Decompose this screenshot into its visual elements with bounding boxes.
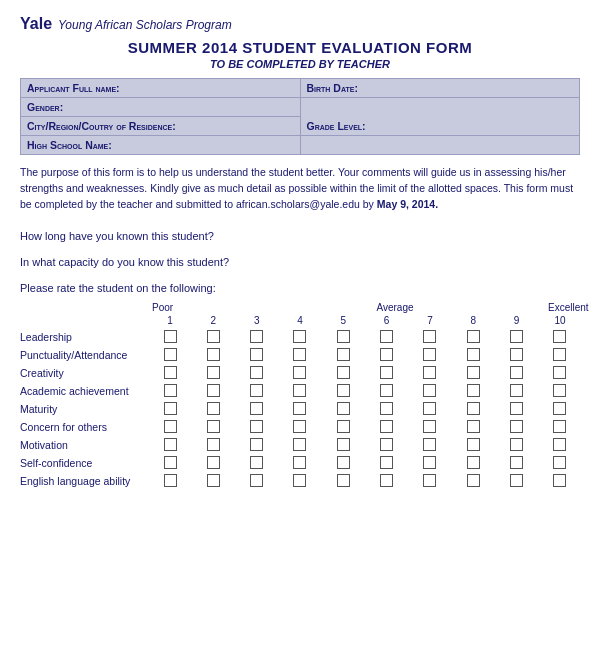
checkbox-punctuality/attendance-3[interactable] bbox=[250, 348, 263, 361]
checkbox-motivation-2[interactable] bbox=[207, 438, 220, 451]
grade-label: Grade Level: bbox=[307, 120, 366, 132]
checkbox-maturity-10[interactable] bbox=[553, 402, 566, 415]
checkbox-motivation-10[interactable] bbox=[553, 438, 566, 451]
checkbox-english-language-ability-2[interactable] bbox=[207, 474, 220, 487]
checkbox-motivation-8[interactable] bbox=[467, 438, 480, 451]
checkbox-academic-achievement-5[interactable] bbox=[337, 384, 350, 397]
gender-label: Gender: bbox=[27, 101, 63, 113]
scale-number-8: 8 bbox=[455, 315, 491, 326]
checkbox-leadership-5[interactable] bbox=[337, 330, 350, 343]
checkbox-concern-for-others-4[interactable] bbox=[293, 420, 306, 433]
checkbox-creativity-10[interactable] bbox=[553, 366, 566, 379]
checkbox-self-confidence-7[interactable] bbox=[423, 456, 436, 469]
checkbox-punctuality/attendance-10[interactable] bbox=[553, 348, 566, 361]
checkbox-concern-for-others-8[interactable] bbox=[467, 420, 480, 433]
checkbox-creativity-8[interactable] bbox=[467, 366, 480, 379]
checkbox-academic-achievement-10[interactable] bbox=[553, 384, 566, 397]
checkbox-leadership-4[interactable] bbox=[293, 330, 306, 343]
checkbox-leadership-1[interactable] bbox=[164, 330, 177, 343]
checkbox-maturity-1[interactable] bbox=[164, 402, 177, 415]
checkbox-self-confidence-2[interactable] bbox=[207, 456, 220, 469]
checkbox-punctuality/attendance-9[interactable] bbox=[510, 348, 523, 361]
avg-label: Average bbox=[242, 302, 548, 313]
checkbox-academic-achievement-9[interactable] bbox=[510, 384, 523, 397]
checkbox-maturity-3[interactable] bbox=[250, 402, 263, 415]
checkbox-self-confidence-3[interactable] bbox=[250, 456, 263, 469]
checkbox-leadership-8[interactable] bbox=[467, 330, 480, 343]
checkbox-concern-for-others-6[interactable] bbox=[380, 420, 393, 433]
checkbox-maturity-2[interactable] bbox=[207, 402, 220, 415]
checkbox-creativity-7[interactable] bbox=[423, 366, 436, 379]
checkbox-self-confidence-6[interactable] bbox=[380, 456, 393, 469]
checkbox-english-language-ability-7[interactable] bbox=[423, 474, 436, 487]
checkbox-english-language-ability-1[interactable] bbox=[164, 474, 177, 487]
checkbox-punctuality/attendance-6[interactable] bbox=[380, 348, 393, 361]
criterion-label-7: Self-confidence bbox=[20, 457, 150, 469]
checkbox-leadership-2[interactable] bbox=[207, 330, 220, 343]
checkbox-english-language-ability-8[interactable] bbox=[467, 474, 480, 487]
checkbox-motivation-5[interactable] bbox=[337, 438, 350, 451]
checkbox-motivation-1[interactable] bbox=[164, 438, 177, 451]
checkbox-maturity-6[interactable] bbox=[380, 402, 393, 415]
checkbox-english-language-ability-9[interactable] bbox=[510, 474, 523, 487]
checkbox-concern-for-others-7[interactable] bbox=[423, 420, 436, 433]
checkbox-punctuality/attendance-1[interactable] bbox=[164, 348, 177, 361]
rating-row: Academic achievement bbox=[20, 384, 580, 397]
birth-label: Birth Date: bbox=[307, 82, 358, 94]
checkbox-leadership-10[interactable] bbox=[553, 330, 566, 343]
checkbox-leadership-7[interactable] bbox=[423, 330, 436, 343]
checkbox-creativity-1[interactable] bbox=[164, 366, 177, 379]
checkbox-creativity-4[interactable] bbox=[293, 366, 306, 379]
checkbox-motivation-9[interactable] bbox=[510, 438, 523, 451]
checkbox-self-confidence-4[interactable] bbox=[293, 456, 306, 469]
checkbox-creativity-2[interactable] bbox=[207, 366, 220, 379]
checkbox-motivation-6[interactable] bbox=[380, 438, 393, 451]
checkbox-academic-achievement-4[interactable] bbox=[293, 384, 306, 397]
checkbox-concern-for-others-1[interactable] bbox=[164, 420, 177, 433]
checkbox-punctuality/attendance-8[interactable] bbox=[467, 348, 480, 361]
checkbox-concern-for-others-3[interactable] bbox=[250, 420, 263, 433]
checkbox-creativity-3[interactable] bbox=[250, 366, 263, 379]
checkbox-concern-for-others-9[interactable] bbox=[510, 420, 523, 433]
checkbox-concern-for-others-2[interactable] bbox=[207, 420, 220, 433]
checkbox-concern-for-others-5[interactable] bbox=[337, 420, 350, 433]
checkbox-leadership-3[interactable] bbox=[250, 330, 263, 343]
checkbox-concern-for-others-10[interactable] bbox=[553, 420, 566, 433]
checkbox-punctuality/attendance-5[interactable] bbox=[337, 348, 350, 361]
checkbox-maturity-9[interactable] bbox=[510, 402, 523, 415]
rating-row: Leadership bbox=[20, 330, 580, 343]
checkbox-academic-achievement-1[interactable] bbox=[164, 384, 177, 397]
checkbox-creativity-9[interactable] bbox=[510, 366, 523, 379]
checkbox-self-confidence-1[interactable] bbox=[164, 456, 177, 469]
checkbox-maturity-8[interactable] bbox=[467, 402, 480, 415]
checkbox-leadership-6[interactable] bbox=[380, 330, 393, 343]
checkbox-leadership-9[interactable] bbox=[510, 330, 523, 343]
checkbox-creativity-5[interactable] bbox=[337, 366, 350, 379]
checkbox-english-language-ability-6[interactable] bbox=[380, 474, 393, 487]
checkbox-english-language-ability-5[interactable] bbox=[337, 474, 350, 487]
checkbox-self-confidence-5[interactable] bbox=[337, 456, 350, 469]
checkbox-maturity-5[interactable] bbox=[337, 402, 350, 415]
checkbox-self-confidence-8[interactable] bbox=[467, 456, 480, 469]
checkbox-self-confidence-9[interactable] bbox=[510, 456, 523, 469]
checkbox-academic-achievement-6[interactable] bbox=[380, 384, 393, 397]
checkbox-punctuality/attendance-2[interactable] bbox=[207, 348, 220, 361]
rating-row: English language ability bbox=[20, 474, 580, 487]
checkbox-motivation-4[interactable] bbox=[293, 438, 306, 451]
checkbox-self-confidence-10[interactable] bbox=[553, 456, 566, 469]
checkbox-english-language-ability-10[interactable] bbox=[553, 474, 566, 487]
checkbox-motivation-7[interactable] bbox=[423, 438, 436, 451]
checkbox-academic-achievement-3[interactable] bbox=[250, 384, 263, 397]
criterion-label-4: Maturity bbox=[20, 403, 150, 415]
checkbox-academic-achievement-2[interactable] bbox=[207, 384, 220, 397]
checkbox-academic-achievement-8[interactable] bbox=[467, 384, 480, 397]
checkbox-maturity-7[interactable] bbox=[423, 402, 436, 415]
checkbox-english-language-ability-3[interactable] bbox=[250, 474, 263, 487]
checkbox-academic-achievement-7[interactable] bbox=[423, 384, 436, 397]
checkbox-creativity-6[interactable] bbox=[380, 366, 393, 379]
checkbox-motivation-3[interactable] bbox=[250, 438, 263, 451]
checkbox-punctuality/attendance-4[interactable] bbox=[293, 348, 306, 361]
checkbox-english-language-ability-4[interactable] bbox=[293, 474, 306, 487]
checkbox-maturity-4[interactable] bbox=[293, 402, 306, 415]
checkbox-punctuality/attendance-7[interactable] bbox=[423, 348, 436, 361]
